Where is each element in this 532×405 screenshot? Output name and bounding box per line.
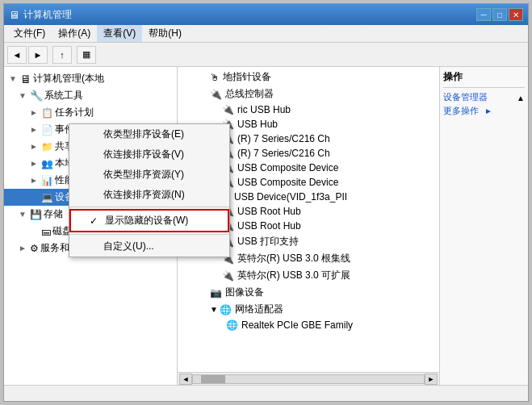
list-item[interactable]: 🖱 地指针设备 <box>178 69 439 86</box>
list-item-network[interactable]: ▼ 🌐 网络适配器 <box>178 301 439 318</box>
window-title: 计算机管理 <box>23 8 72 22</box>
menu-file[interactable]: 文件(F) <box>7 25 52 42</box>
list-item[interactable]: 🔌 ric USB Hub <box>178 102 439 117</box>
services-icon: ⚙ <box>30 243 39 254</box>
tree-toggle-shared[interactable]: ► <box>28 141 40 152</box>
close-button[interactable]: ✕ <box>509 8 523 21</box>
tree-toggle-services[interactable]: ► <box>17 243 28 254</box>
view-icon: ▦ <box>82 49 90 60</box>
dropdown-sort-type[interactable]: 依类型排序设备(E) <box>69 124 229 144</box>
device-label: 英特尔(R) USB 3.0 根集线 <box>237 252 350 265</box>
dropdown-sort-conn[interactable]: 依连接排序设备(V) <box>69 144 229 165</box>
title-bar-left: 🖥 计算机管理 <box>9 8 72 22</box>
more-actions-button[interactable]: 更多操作 ► <box>443 105 525 117</box>
device-label: 总线控制器 <box>225 87 274 101</box>
tree-item-system-tools[interactable]: ▼ 🔧 系统工具 <box>4 87 177 104</box>
toolbar: ◄ ► ↑ ▦ <box>4 43 528 67</box>
tree-label-storage: 存储 <box>44 207 63 221</box>
scroll-thumb[interactable] <box>201 375 225 383</box>
list-item-image[interactable]: 📷 图像设备 <box>178 284 439 301</box>
forward-button[interactable]: ► <box>28 46 48 64</box>
net-icon: 🌐 <box>226 319 238 331</box>
image-icon: 📷 <box>210 287 222 299</box>
usb-icon: 🔌 <box>222 270 234 282</box>
main-window: 🖥 计算机管理 ─ □ ✕ 文件(F) 操作(A) 查看(V) 帮助(H) ◄ … <box>3 3 529 402</box>
more-actions-label: 更多操作 <box>443 106 479 115</box>
dropdown-label-sort-conn: 依连接排序设备(V) <box>103 148 184 161</box>
dropdown-sort-res-conn[interactable]: 依连接排序资源(N) <box>69 185 229 205</box>
tools-icon: 🔧 <box>30 90 43 102</box>
window-icon: 🖥 <box>9 9 19 21</box>
dropdown-customize[interactable]: 自定义(U)... <box>69 236 229 257</box>
tree-toggle-users[interactable]: ► <box>28 158 40 169</box>
menu-action[interactable]: 操作(A) <box>52 25 97 42</box>
users-icon: 👥 <box>41 158 53 169</box>
tree-toggle-system-tools[interactable]: ▼ <box>17 90 28 102</box>
device-label: 网络适配器 <box>235 303 283 316</box>
device-label: Realtek PCIe GBE Family <box>241 319 353 331</box>
tree-toggle-root[interactable]: ▼ <box>7 73 19 85</box>
actions-panel: 操作 设备管理器 ▲ 更多操作 ► <box>439 67 528 385</box>
view-button[interactable]: ▦ <box>77 46 96 64</box>
perf-icon: 📊 <box>41 175 53 186</box>
tree-item-tasks[interactable]: ► 📋 任务计划 <box>4 104 177 121</box>
device-label: (R) 7 Series/C216 Ch <box>237 133 330 144</box>
dropdown-sort-res-type[interactable]: 依类型排序资源(Y) <box>69 165 229 185</box>
status-bar <box>4 385 528 401</box>
up-icon: ↑ <box>60 50 65 60</box>
device-manager-action[interactable]: 设备管理器 ▲ <box>443 91 525 105</box>
tree-label-tasks: 任务计划 <box>55 106 94 119</box>
tree-label-system-tools: 系统工具 <box>44 89 83 102</box>
menu-help[interactable]: 帮助(H) <box>142 25 188 42</box>
list-item-realtek[interactable]: 🌐 Realtek PCIe GBE Family <box>178 318 439 332</box>
tree-item-root[interactable]: ▼ 🖥 计算机管理(本地 <box>4 70 177 87</box>
device-label: USB Hub <box>237 119 278 130</box>
device-label: ric USB Hub <box>237 104 291 115</box>
back-button[interactable]: ◄ <box>7 46 27 64</box>
device-label: USB Composite Device <box>237 162 338 173</box>
dropdown-label-sort-res-conn: 依连接排序资源(N) <box>103 188 185 202</box>
tree-toggle-disk[interactable] <box>28 226 40 237</box>
actions-title: 操作 <box>443 70 525 84</box>
tree-toggle-tasks[interactable]: ► <box>28 107 40 119</box>
menu-view[interactable]: 查看(V) <box>97 25 142 42</box>
net-expand-toggle[interactable]: ▼ <box>210 305 218 314</box>
horizontal-scrollbar[interactable]: ◄ ► <box>178 372 439 385</box>
tree-toggle-events[interactable]: ► <box>28 124 40 136</box>
list-item[interactable]: 🔌 总线控制器 <box>178 86 439 102</box>
menu-bar: 文件(F) 操作(A) 查看(V) 帮助(H) <box>4 25 528 43</box>
device-label: 地指针设备 <box>223 70 271 84</box>
minimize-button[interactable]: ─ <box>476 8 491 21</box>
more-actions-arrow-icon: ► <box>484 106 492 115</box>
forward-icon: ► <box>34 50 43 60</box>
title-bar: 🖥 计算机管理 ─ □ ✕ <box>4 4 528 25</box>
computer-icon: 🖥 <box>20 73 31 86</box>
device-label: 英特尔(R) USB 3.0 可扩展 <box>237 269 350 282</box>
dropdown-show-hidden[interactable]: ✓ 显示隐藏的设备(W) <box>69 209 229 232</box>
device-label: USB Root Hub <box>237 206 301 217</box>
title-buttons: ─ □ ✕ <box>476 8 523 21</box>
up-button[interactable]: ↑ <box>52 46 72 64</box>
device-manager-label[interactable]: 设备管理器 <box>443 91 488 103</box>
scroll-track[interactable] <box>192 374 425 384</box>
tree-toggle-storage[interactable]: ▼ <box>17 209 28 220</box>
tree-toggle-device-manager[interactable] <box>28 192 40 203</box>
disk-icon: 🖴 <box>41 226 51 237</box>
dropdown-label-show-hidden: 显示隐藏的设备(W) <box>105 214 188 228</box>
tree-toggle-perf[interactable]: ► <box>28 175 40 186</box>
back-icon: ◄ <box>13 50 22 60</box>
list-item-intel-usb30-ext[interactable]: 🔌 英特尔(R) USB 3.0 可扩展 <box>178 267 439 284</box>
dropdown-label-sort-type: 依类型排序设备(E) <box>103 127 184 141</box>
dropdown-label-sort-res-type: 依类型排序资源(Y) <box>103 168 184 182</box>
device-manager-arrow-icon: ▲ <box>517 94 525 102</box>
maximize-button[interactable]: □ <box>492 8 507 21</box>
device-label: 图像设备 <box>225 286 264 299</box>
checkmark-show-hidden: ✓ <box>87 215 100 227</box>
scroll-right-button[interactable]: ► <box>425 374 438 385</box>
dropdown-separator-1 <box>69 207 229 207</box>
device-label: USB 打印支持 <box>237 235 299 248</box>
tree-label-root: 计算机管理(本地 <box>33 72 104 86</box>
content-area: ▼ 🖥 计算机管理(本地 ▼ 🔧 系统工具 ► 📋 任务计划 ► 📄 事件查看 … <box>4 67 528 385</box>
scroll-left-button[interactable]: ◄ <box>179 374 192 385</box>
usb-icon: 🔌 <box>222 104 234 115</box>
